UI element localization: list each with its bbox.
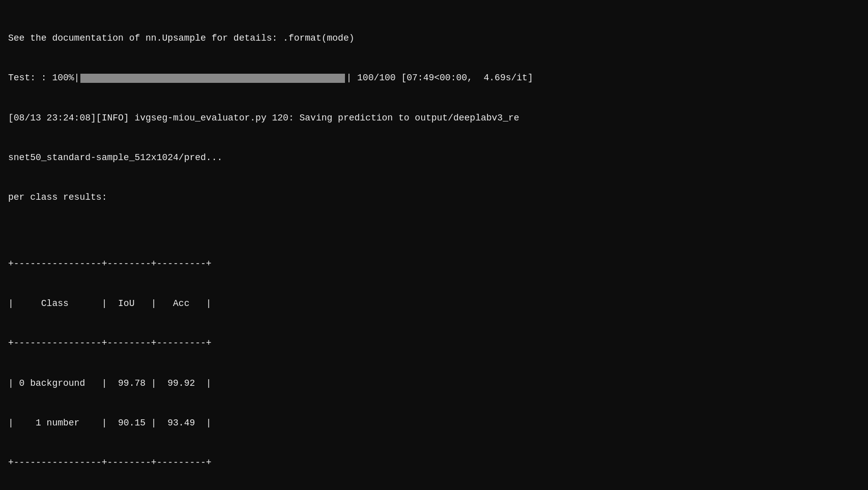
terminal-line-0: See the documentation of nn.Upsample for…	[8, 32, 860, 45]
progress-suffix: | 100/100 [07:49<00:00, 4.69s/it]	[346, 73, 533, 83]
terminal-line-3: snet50_standard-sample_512x1024/pred...	[8, 151, 860, 164]
terminal-line-11: +----------------+--------+---------+	[8, 456, 860, 469]
terminal-line-10: | 1 number | 90.15 | 93.49 |	[8, 416, 860, 430]
terminal-line-8: +----------------+--------+---------+	[8, 336, 860, 350]
progress-label: Test: : 100%|	[8, 73, 79, 83]
progress-bar	[80, 74, 345, 83]
terminal-line-progress: Test: : 100%|| 100/100 [07:49<00:00, 4.6…	[8, 71, 860, 84]
terminal-line-9: | 0 background | 99.78 | 99.92 |	[8, 377, 860, 390]
terminal-line-2: [08/13 23:24:08][INFO] ivgseg-miou_evalu…	[8, 111, 860, 125]
terminal-line-7: | Class | IoU | Acc |	[8, 297, 860, 310]
terminal-window: See the documentation of nn.Upsample for…	[8, 5, 860, 490]
terminal-line-6: +----------------+--------+---------+	[8, 257, 860, 270]
terminal-line-4: per class results:	[8, 191, 860, 204]
